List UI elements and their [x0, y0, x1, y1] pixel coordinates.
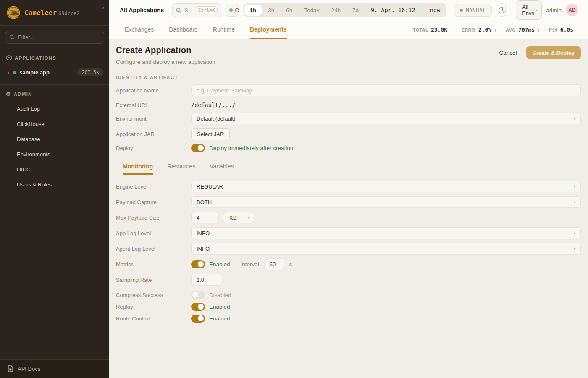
sidebar-item-users-roles[interactable]: Users & Roles — [0, 178, 109, 191]
sidebar-header: Cameleer69dcce2 « — [0, 0, 109, 26]
api-docs-label: API Docs — [18, 366, 40, 372]
create-deploy-button[interactable]: Create & Deploy — [526, 46, 581, 59]
payload-capture-row: Payload Capture BOTH ▾ — [116, 196, 581, 208]
time-range-1h[interactable]: 1h — [244, 5, 262, 16]
tab-exchanges[interactable]: Exchanges — [125, 20, 154, 39]
deploy-row: Deploy Deploy immediately after creation — [116, 143, 581, 153]
refresh-mode-button[interactable]: MANUAL — [454, 4, 492, 17]
config-tabs: Monitoring Resources Variables — [116, 163, 581, 175]
stat-avg-label: AVG — [506, 27, 516, 32]
tab-variables[interactable]: Variables — [210, 163, 234, 175]
user-area: admin AD — [546, 4, 578, 16]
brand-name: Cameleer — [24, 9, 57, 17]
tab-monitoring[interactable]: Monitoring — [123, 163, 153, 175]
route-control-toggle[interactable] — [191, 315, 205, 323]
payload-capture-select[interactable]: BOTH ▾ — [191, 196, 581, 208]
application-name-label: Application Name — [116, 87, 191, 94]
page-header: Create Application Configure and deploy … — [116, 45, 581, 65]
app-log-level-select[interactable]: INFO ▾ — [191, 227, 581, 239]
metrics-toggle[interactable] — [191, 260, 205, 268]
engine-level-select[interactable]: REGULAR ▾ — [191, 181, 581, 192]
sidebar-item-audit-log[interactable]: Audit Log — [0, 103, 109, 115]
time-from-value[interactable]: 9. Apr. 16:12 — [365, 5, 419, 16]
env-selected-value: All Envs — [522, 4, 536, 16]
online-status-text: O — [235, 7, 239, 13]
api-docs-link[interactable]: API Docs — [0, 359, 109, 378]
max-payload-unit-select[interactable]: KB ▾ — [223, 212, 254, 223]
manual-dot-icon — [460, 9, 463, 12]
application-name-input[interactable] — [197, 87, 575, 94]
cancel-button[interactable]: Cancel — [496, 47, 520, 58]
time-range-today[interactable]: Today — [299, 5, 325, 16]
replay-toggle[interactable] — [191, 303, 205, 311]
deploy-label: Deploy — [116, 145, 191, 151]
applications-header-label: APPLICATIONS — [15, 55, 56, 60]
sidebar-divider — [0, 84, 109, 85]
time-range-3h[interactable]: 3h — [262, 5, 280, 16]
metrics-interval-input[interactable] — [264, 258, 284, 270]
max-payload-unit-value: KB — [229, 215, 236, 221]
stat-p99: P99 6.8s ↑ — [549, 26, 578, 33]
gear-icon: ⚙ — [6, 91, 11, 97]
user-name-label: admin — [546, 7, 562, 13]
applications-section-header: APPLICATIONS — [0, 55, 109, 61]
identity-section-header: IDENTITY & ARTIFACT — [116, 75, 581, 80]
tab-dashboard[interactable]: Dashboard — [169, 20, 198, 39]
tab-runtime[interactable]: Runtime — [213, 20, 235, 39]
sidebar-item-environments[interactable]: Environments — [0, 148, 109, 160]
interval-unit-label: s — [289, 261, 292, 268]
stat-total: TOTAL 23.8K ↑ — [413, 26, 452, 33]
chevron-down-icon: ▾ — [574, 231, 575, 235]
sidebar-item-oidc[interactable]: OIDC — [0, 163, 109, 176]
external-url-value: /default/.../ — [191, 102, 236, 108]
admin-header-label: ADMIN — [14, 92, 32, 97]
sidebar-item-clickhouse[interactable]: ClickHouse — [0, 118, 109, 130]
sidebar-item-database[interactable]: Database — [0, 133, 109, 145]
time-range-7d[interactable]: 7d — [347, 5, 364, 16]
search-icon — [176, 8, 181, 13]
chevron-right-icon[interactable]: › — [8, 69, 9, 76]
select-jar-button[interactable]: Select JAR — [191, 128, 230, 140]
application-name-row: Application Name — [116, 84, 581, 96]
engine-level-value: REGULAR — [197, 184, 223, 190]
max-payload-size-input[interactable] — [191, 212, 219, 223]
stat-p99-label: P99 — [549, 27, 557, 32]
tab-deployments[interactable]: Deployments — [250, 20, 287, 39]
filter-input[interactable] — [18, 34, 100, 40]
application-jar-label: Application JAR — [116, 131, 191, 137]
external-url-row: External URL /default/.../ — [116, 99, 581, 111]
application-name-field-wrap — [191, 84, 581, 96]
app-log-level-label: App Log Level — [116, 230, 191, 236]
filter-box[interactable] — [5, 31, 104, 44]
env-select[interactable]: All Envs ▾ — [516, 0, 542, 20]
time-range-6h[interactable]: 6h — [281, 5, 298, 16]
compress-success-toggle[interactable] — [191, 291, 205, 299]
dark-mode-toggle[interactable] — [498, 3, 506, 17]
online-status-pill[interactable]: O — [226, 4, 239, 17]
agent-log-level-select[interactable]: INFO ▾ — [191, 243, 581, 255]
compress-success-row: Compress Success Disabled — [116, 290, 581, 300]
trend-up-icon: ↑ — [450, 27, 452, 33]
cameleer-logo-icon — [7, 6, 20, 19]
chevron-down-icon: ▾ — [536, 8, 537, 12]
sampling-rate-input[interactable] — [191, 274, 222, 286]
stat-err-value: 2.0% — [478, 26, 491, 33]
chevron-down-icon: ▾ — [574, 117, 575, 121]
time-range-24h[interactable]: 24h — [326, 5, 346, 16]
time-to-value[interactable]: now — [428, 5, 445, 16]
sampling-rate-label: Sampling Rate — [116, 277, 191, 283]
compress-success-label: Compress Success — [116, 292, 191, 298]
avatar[interactable]: AD — [566, 4, 578, 16]
max-payload-size-row: Max Payload Size KB ▾ — [116, 212, 581, 223]
environment-select[interactable]: Default (default) ▾ — [191, 113, 581, 124]
deploy-toggle[interactable] — [191, 144, 205, 152]
tab-resources[interactable]: Resources — [167, 163, 195, 175]
environment-selected-value: Default (default) — [197, 116, 236, 122]
brand-block: Cameleer69dcce2 — [24, 9, 80, 17]
sidebar-item-sample-app[interactable]: › sample app 207.5k — [0, 66, 109, 79]
global-search[interactable]: S... Ctrl+K — [172, 3, 221, 17]
deploy-toggle-text: Deploy immediately after creation — [209, 145, 293, 151]
app-status-dot — [13, 71, 16, 74]
agent-log-level-value: INFO — [197, 246, 210, 252]
sidebar-collapse-icon[interactable]: « — [101, 4, 104, 11]
